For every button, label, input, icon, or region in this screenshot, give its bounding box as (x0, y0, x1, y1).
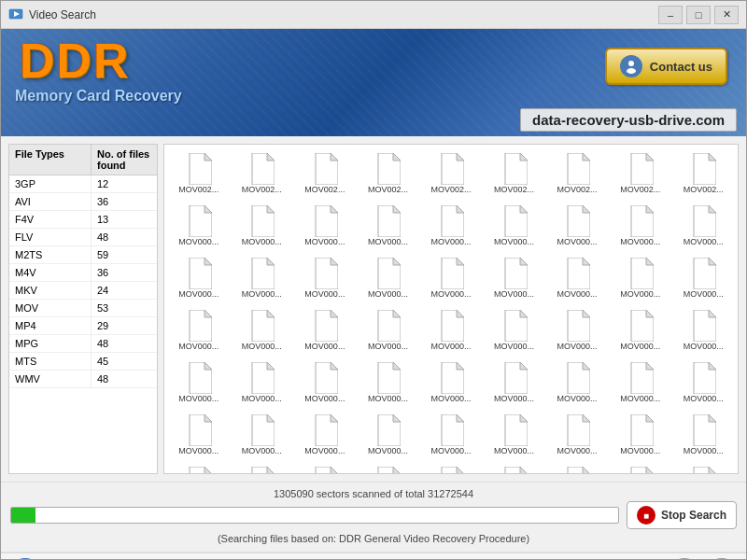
file-item[interactable]: MP4000... (358, 462, 419, 474)
file-icon (627, 362, 654, 394)
file-item[interactable]: MOV000... (484, 201, 545, 251)
file-item[interactable]: MOV002... (420, 148, 482, 199)
file-item[interactable]: MOV002... (672, 148, 734, 199)
files-panel[interactable]: MOV002... MOV002... MOV002... MOV002... … (163, 144, 739, 474)
file-type-row[interactable]: M4V 36 (9, 264, 157, 282)
file-type-row[interactable]: FLV 48 (9, 229, 157, 246)
file-type-row[interactable]: AVI 36 (9, 193, 157, 211)
file-item[interactable]: MOV000... (358, 305, 419, 356)
file-item[interactable]: MOV000... (232, 410, 293, 460)
file-item[interactable]: MOV000... (610, 305, 671, 356)
file-label: MOV000... (297, 342, 353, 351)
file-item[interactable]: MOV000... (232, 201, 293, 251)
file-item[interactable]: MOV000... (168, 201, 230, 251)
file-icon (186, 258, 212, 289)
file-item[interactable]: MOV000... (294, 253, 356, 303)
file-item[interactable]: MOV002... (546, 148, 608, 199)
file-item[interactable]: MOV000... (232, 357, 293, 408)
file-item[interactable]: MOV000... (232, 305, 293, 356)
file-item[interactable]: MOV000... (168, 357, 230, 408)
file-item[interactable]: MOV000... (358, 357, 419, 408)
file-item[interactable]: MOV000... (420, 305, 482, 356)
file-item[interactable]: MP4000... (294, 462, 356, 474)
file-item[interactable]: MP4000... (672, 462, 734, 474)
file-icon (374, 205, 401, 237)
file-icon (374, 258, 401, 289)
file-types-panel[interactable]: File Types No. of files found 3GP 12 AVI… (8, 144, 158, 474)
file-type-row[interactable]: MP4 29 (9, 317, 157, 335)
cell-type: AVI (9, 193, 92, 210)
file-item[interactable]: MOV002... (484, 148, 545, 199)
cell-count: 53 (92, 300, 157, 316)
file-item[interactable]: MOV000... (610, 201, 671, 251)
file-item[interactable]: MOV000... (672, 357, 734, 408)
file-item[interactable]: MOV000... (168, 253, 230, 303)
file-item[interactable]: MP4000... (232, 462, 293, 474)
file-item[interactable]: MOV000... (484, 410, 545, 460)
file-item[interactable]: MOV002... (610, 148, 671, 199)
file-item[interactable]: MOV002... (168, 148, 230, 199)
file-item[interactable]: MOV000... (546, 410, 608, 460)
file-item[interactable]: MOV000... (168, 410, 230, 460)
file-item[interactable]: MP4000... (546, 462, 608, 474)
file-item[interactable]: MOV000... (294, 305, 356, 356)
file-type-row[interactable]: MKV 24 (9, 282, 157, 300)
file-item[interactable]: MOV000... (420, 201, 482, 251)
file-icon (438, 258, 464, 289)
file-label: MOV000... (423, 394, 479, 403)
file-item[interactable]: MP4000... (484, 462, 545, 474)
file-item[interactable]: MOV000... (420, 253, 482, 303)
file-type-row[interactable]: MOV 53 (9, 300, 157, 317)
file-item[interactable]: MOV000... (610, 253, 671, 303)
file-item[interactable]: MOV000... (294, 201, 356, 251)
file-icon (186, 153, 212, 185)
file-item[interactable]: MOV000... (168, 305, 230, 356)
file-item[interactable]: MOV000... (358, 253, 419, 303)
file-label: MOV000... (297, 237, 353, 246)
file-item[interactable]: MOV002... (358, 148, 419, 199)
file-item[interactable]: MOV000... (546, 253, 608, 303)
file-item[interactable]: MOV002... (232, 148, 293, 199)
file-type-row[interactable]: MTS 45 (9, 353, 157, 371)
file-item[interactable]: MOV000... (546, 201, 608, 251)
file-item[interactable]: MOV000... (484, 253, 545, 303)
file-item[interactable]: MOV000... (232, 253, 293, 303)
file-item[interactable]: MOV000... (610, 410, 671, 460)
cell-count: 48 (92, 371, 157, 387)
file-item[interactable]: MOV000... (420, 357, 482, 408)
cell-count: 12 (92, 175, 157, 192)
stop-search-button[interactable]: ■ Stop Search (627, 501, 737, 529)
file-item[interactable]: MOV000... (294, 410, 356, 460)
file-item[interactable]: MOV000... (672, 253, 734, 303)
file-item[interactable]: MOV000... (672, 201, 734, 251)
contact-button[interactable]: Contact us (605, 48, 727, 85)
file-item[interactable]: MOV000... (610, 357, 671, 408)
file-type-row[interactable]: 3GP 12 (9, 175, 157, 193)
file-item[interactable]: MOV000... (546, 305, 608, 356)
file-item[interactable]: MOV000... (358, 410, 419, 460)
file-item[interactable]: MOV000... (672, 305, 734, 356)
file-item[interactable]: MP4000... (610, 462, 671, 474)
file-item[interactable]: MOV002... (294, 148, 356, 199)
close-button[interactable]: ✕ (714, 6, 739, 24)
person-icon (624, 59, 639, 74)
file-type-row[interactable]: F4V 13 (9, 211, 157, 229)
file-item[interactable]: MOV000... (672, 410, 734, 460)
file-item[interactable]: MP4000... (420, 462, 482, 474)
file-item[interactable]: MOV000... (546, 357, 608, 408)
file-item[interactable]: MOV000... (484, 305, 545, 356)
file-item[interactable]: MOV000... (484, 357, 545, 408)
file-item[interactable]: MOV000... (420, 410, 482, 460)
file-type-row[interactable]: WMV 48 (9, 371, 157, 388)
file-item[interactable]: MOV000... (294, 357, 356, 408)
file-label: MOV000... (675, 289, 731, 299)
file-item[interactable]: MP4000... (168, 462, 230, 474)
maximize-button[interactable]: □ (686, 6, 711, 24)
file-icon (564, 205, 590, 237)
file-item[interactable]: MOV000... (358, 201, 419, 251)
file-type-row[interactable]: M2TS 59 (9, 246, 157, 264)
minimize-button[interactable]: – (658, 6, 683, 24)
cell-type: M4V (9, 264, 92, 281)
cell-count: 24 (92, 282, 157, 299)
file-type-row[interactable]: MPG 48 (9, 335, 157, 353)
